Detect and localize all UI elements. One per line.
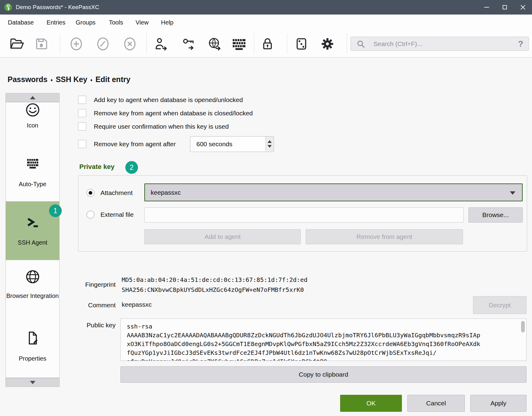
scrollbar-thumb[interactable] — [521, 321, 525, 332]
add-to-agent-button[interactable]: Add to agent — [144, 229, 301, 244]
sidebar-item-label: Auto-Type — [6, 180, 59, 189]
ok-button[interactable]: OK — [340, 395, 402, 412]
external-file-radio-label: External file — [100, 211, 134, 218]
search-help-icon[interactable]: ? — [518, 39, 523, 49]
window-title: Demo Passwords* - KeePassXC — [16, 4, 478, 11]
attachment-combobox-value: keepassxc — [151, 189, 181, 196]
globe-arrow-icon — [208, 37, 222, 51]
copy-username-button[interactable] — [153, 35, 169, 53]
close-button[interactable] — [514, 0, 532, 15]
private-key-heading: Private key — [79, 163, 114, 171]
delete-entry-button[interactable] — [122, 35, 138, 53]
remove-from-agent-button[interactable]: Remove from agent — [306, 229, 463, 244]
checkbox-row-require-confirmation[interactable]: Require user confirmation when this key … — [78, 122, 229, 130]
fingerprint-md5-value: MD5:0a:ab:04:20:4a:51:de:cd:0c:13:67:85:… — [122, 276, 307, 283]
external-file-input[interactable] — [144, 207, 464, 223]
search-icon — [355, 38, 366, 49]
edit-entry-button[interactable] — [95, 35, 111, 53]
folder-open-icon — [9, 37, 24, 51]
spinbox-arrows — [265, 137, 274, 151]
cancel-button[interactable]: Cancel — [407, 395, 465, 412]
keyboard-icon — [25, 157, 40, 171]
save-database-button[interactable] — [34, 35, 49, 53]
attachment-radio[interactable] — [87, 189, 94, 197]
checkbox[interactable] — [78, 122, 86, 130]
save-icon — [34, 37, 49, 51]
checkbox[interactable] — [78, 109, 86, 117]
smiley-icon — [25, 103, 40, 118]
x-circle-icon — [123, 37, 137, 51]
copy-password-button[interactable] — [181, 35, 197, 53]
breadcrumb-entry: SSH Key — [56, 75, 87, 84]
checkbox-label: Add key to agent when database is opened… — [94, 96, 243, 104]
menu-view[interactable]: View — [136, 15, 149, 30]
breadcrumb-action: Edit entry — [96, 75, 130, 84]
checkbox-label: Require user confirmation when this key … — [94, 123, 229, 130]
copy-to-clipboard-button[interactable]: Copy to clipboard — [120, 366, 527, 383]
settings-button[interactable] — [320, 35, 335, 53]
menubar: Database Entries Groups Tools View Help — [0, 15, 532, 30]
password-generator-button[interactable] — [294, 35, 309, 53]
perform-autotype-button[interactable] — [231, 35, 247, 53]
chevron-down-icon — [510, 191, 515, 195]
keepassxc-window: Demo Passwords* - KeePassXC Database Ent… — [0, 0, 532, 416]
radio-dot — [89, 191, 92, 195]
comment-label: Comment — [70, 302, 116, 309]
open-database-button[interactable] — [9, 35, 25, 53]
attachment-radio-label: Attachment — [100, 189, 133, 196]
browse-button[interactable]: Browse... — [468, 207, 523, 223]
public-key-textarea[interactable]: ssh-rsa AAAAB3NzaC1yc2EAAAADAQABAAABgQDU… — [120, 319, 527, 361]
checkbox-label: Remove key from agent after — [94, 140, 176, 148]
menu-database[interactable]: Database — [8, 15, 34, 30]
minimize-icon — [484, 7, 489, 8]
search-box: ? — [350, 37, 529, 51]
apply-button[interactable]: Apply — [470, 395, 527, 412]
spin-down-button[interactable] — [268, 145, 272, 148]
toolbar-separator — [287, 33, 287, 54]
search-input[interactable] — [373, 40, 518, 48]
menu-tools[interactable]: Tools — [109, 15, 123, 30]
attachment-combobox[interactable]: keepassxc — [144, 183, 523, 201]
checkbox-row-add-key[interactable]: Add key to agent when database is opened… — [78, 96, 243, 104]
spin-up-button[interactable] — [268, 140, 272, 143]
toolbar-separator — [347, 33, 347, 54]
timeout-spinbox[interactable]: 600 seconds — [190, 136, 274, 152]
checkbox-row-remove-key[interactable]: Remove key from agent when database is c… — [78, 109, 253, 117]
external-file-radio[interactable] — [87, 211, 94, 219]
public-key-line: xO3KiTfhpo8OaDCd0engLG0s2+5GGCmT1E8egnMD… — [127, 340, 514, 348]
menu-help[interactable]: Help — [161, 15, 173, 30]
minimize-button[interactable] — [478, 0, 496, 15]
pencil-circle-icon — [96, 37, 110, 51]
sidebar-scroll-down-button[interactable] — [5, 378, 60, 387]
fingerprint-sha256-value: SHA256:CNXbvwC8pkUYSdDLxHZGc64zOgFW+eN7o… — [122, 286, 304, 293]
fingerprint-label: Fingerprint — [70, 281, 116, 288]
decrypt-button[interactable]: Decrypt — [473, 296, 527, 314]
breadcrumb-separator: ♦ — [90, 78, 92, 82]
new-entry-button[interactable] — [68, 35, 84, 53]
public-key-text: ssh-rsa AAAAB3NzaC1yc2EAAAADAQABAAABgQDU… — [127, 322, 514, 361]
key-arrow-icon — [182, 37, 196, 51]
checkbox-label: Remove key from agent when database is c… — [94, 110, 253, 117]
sidebar-item-label: Browser Integration — [6, 291, 59, 301]
menu-groups[interactable]: Groups — [76, 15, 96, 30]
sidebar-scroll-up-button[interactable] — [5, 93, 60, 102]
category-list: 1 Icon Au — [5, 102, 60, 378]
private-key-badge: 2 — [125, 161, 138, 174]
user-arrow-icon — [154, 37, 168, 51]
dice-icon — [294, 37, 309, 51]
copy-url-button[interactable] — [207, 35, 223, 53]
lock-database-button[interactable] — [260, 35, 275, 53]
checkbox-row-remove-after[interactable]: Remove key from agent after — [78, 140, 176, 148]
checkbox[interactable] — [78, 140, 86, 148]
titlebar: Demo Passwords* - KeePassXC — [0, 0, 532, 15]
maximize-button[interactable] — [496, 0, 514, 15]
menu-entries[interactable]: Entries — [47, 15, 65, 30]
breadcrumb-group: Passwords — [8, 75, 48, 84]
toolbar-separator — [254, 33, 254, 54]
keepassxc-logo-icon — [4, 3, 12, 12]
toolbar-separator — [146, 33, 147, 54]
arrow-down-icon — [30, 381, 35, 384]
close-icon — [520, 5, 526, 10]
checkbox[interactable] — [78, 96, 86, 104]
toolbar: ? — [0, 30, 532, 58]
